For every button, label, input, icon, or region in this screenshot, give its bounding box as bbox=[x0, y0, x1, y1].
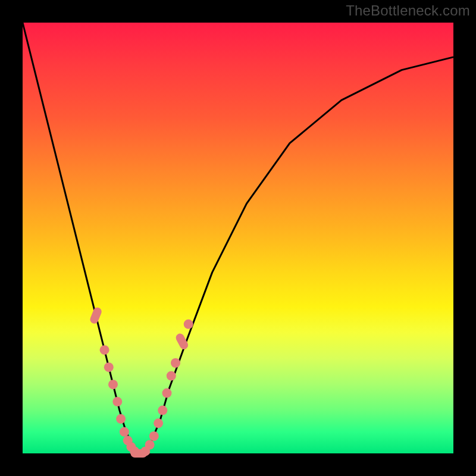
marker-dot bbox=[108, 380, 118, 389]
marker-dot bbox=[167, 371, 176, 381]
marker-dot bbox=[100, 345, 109, 355]
marker-dot bbox=[184, 320, 193, 329]
marker-dot bbox=[158, 406, 167, 415]
marker-pill bbox=[89, 306, 102, 325]
marker-dot bbox=[112, 397, 122, 406]
chart-svg bbox=[23, 23, 453, 453]
marker-dot bbox=[154, 418, 163, 428]
highlight-markers bbox=[89, 306, 193, 458]
watermark-text: TheBottleneck.com bbox=[346, 2, 470, 19]
marker-dot bbox=[171, 358, 180, 368]
plot-area bbox=[23, 23, 453, 453]
marker-dot bbox=[116, 414, 126, 424]
chart-frame: TheBottleneck.com bbox=[0, 0, 476, 476]
marker-dot bbox=[145, 440, 155, 450]
marker-pill bbox=[174, 332, 190, 350]
marker-dot bbox=[162, 389, 172, 398]
marker-dot bbox=[149, 431, 159, 441]
marker-dot bbox=[120, 427, 129, 437]
marker-dot bbox=[104, 362, 114, 372]
bottleneck-curve bbox=[23, 23, 453, 453]
